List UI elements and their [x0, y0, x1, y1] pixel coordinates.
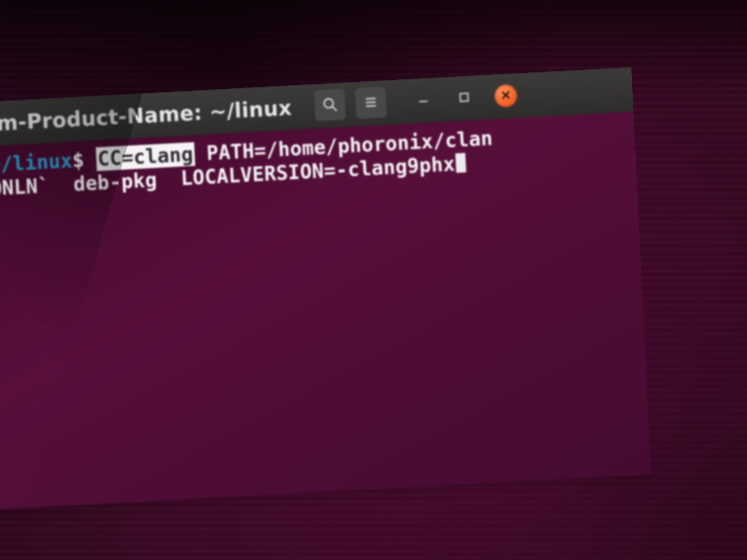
svg-line-2 [363, 92, 373, 93]
search-button[interactable] [310, 84, 342, 117]
text-cursor [456, 147, 467, 168]
svg-point-0 [320, 94, 330, 104]
window-control-group [410, 72, 523, 105]
maximize-icon [458, 80, 472, 97]
minimize-button[interactable] [410, 80, 433, 104]
menu-button[interactable] [352, 80, 384, 114]
terminal-window: -System-Product-Name: ~/linux [0, 47, 696, 507]
menu-icon [359, 87, 377, 107]
svg-line-4 [363, 100, 373, 100]
svg-line-3 [363, 96, 373, 96]
terminal-body[interactable]: -Name:~/linux$ CC=clang PATH=/home/phoro… [0, 96, 696, 507]
svg-line-5 [417, 93, 426, 94]
close-button[interactable] [497, 72, 523, 98]
prompt-symbol: $ [78, 150, 89, 173]
close-icon [503, 77, 516, 93]
svg-line-1 [329, 102, 333, 107]
minimize-icon [415, 84, 429, 100]
prompt-colon: : [0, 157, 4, 180]
titlebar-tool-group [310, 80, 384, 117]
search-icon [317, 91, 335, 110]
prompt-path: ~/linux [3, 151, 79, 179]
spacer [89, 149, 101, 172]
svg-rect-6 [461, 84, 469, 93]
maximize-button[interactable] [454, 77, 477, 100]
